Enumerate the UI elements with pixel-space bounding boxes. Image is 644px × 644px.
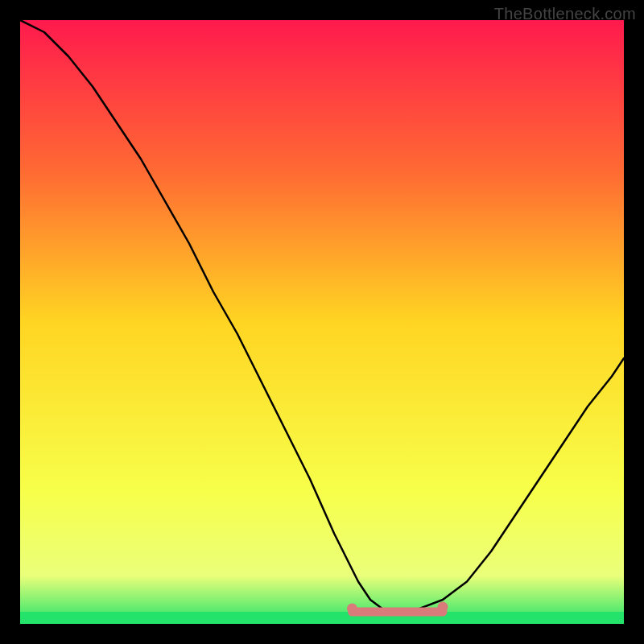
chart-canvas: TheBottleneck.com	[0, 0, 644, 644]
svg-point-1	[347, 604, 357, 614]
bottom-green-band	[20, 612, 624, 624]
bottleneck-chart	[20, 20, 624, 624]
plot-area	[20, 20, 624, 624]
gradient-background	[20, 20, 624, 624]
svg-point-2	[438, 602, 448, 613]
